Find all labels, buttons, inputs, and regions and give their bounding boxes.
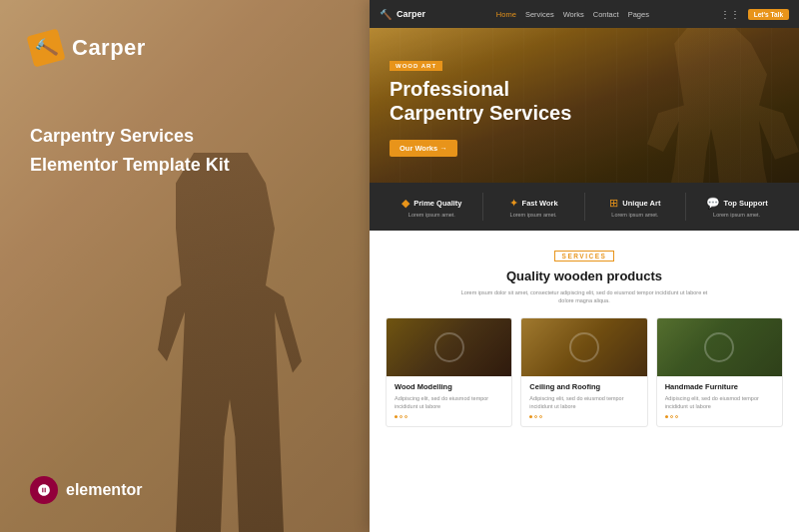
elementor-label: elementor: [66, 481, 142, 499]
feature-fast-work: ✦ Fast Work Lorem ipsum amet.: [483, 197, 584, 218]
dot-2c: [539, 415, 542, 418]
product-link-dots-3: [665, 415, 678, 418]
dot-3c: [675, 415, 678, 418]
feature-prime-quality: ◆ Prime Quality Lorem ipsum amet.: [382, 197, 482, 218]
dot-2b: [534, 415, 537, 418]
section-title: Quality wooden products: [386, 268, 783, 283]
nav-brand-icon: 🔨: [380, 9, 392, 20]
elementor-icon: [30, 476, 58, 504]
unique-art-title: Unique Art: [622, 199, 660, 208]
product-img-wood-modelling: [387, 318, 511, 376]
elementor-badge: elementor: [30, 476, 142, 504]
product-desc-3: Adipiscing elit, sed do eiusmod tempor i…: [665, 394, 774, 411]
dot-1c: [404, 415, 407, 418]
unique-art-desc: Lorem ipsum amet.: [611, 212, 658, 218]
product-card-wood-modelling: Wood Modelling Adipiscing elit, sed do e…: [386, 317, 512, 428]
hero-title-line1: Professional: [390, 78, 509, 100]
nav-right: ⋮⋮ Let's Talk: [720, 9, 789, 20]
product-img-overlay-3: [657, 318, 782, 376]
product-info-3: Handmade Furniture Adipiscing elit, sed …: [657, 376, 782, 427]
feature-top-support: 💬 Top Support Lorem ipsum amet.: [686, 197, 787, 218]
nav-grid-icon[interactable]: ⋮⋮: [720, 9, 740, 20]
left-panel: 🔨 Carper Carpentry Services Elementor Te…: [0, 0, 370, 532]
prime-quality-title: Prime Quality: [413, 199, 461, 208]
dot-3a: [665, 415, 668, 418]
feature-icon-wrap-3: ⊞ Unique Art: [609, 197, 660, 210]
product-info-2: Ceiling and Roofing Adipiscing elit, sed…: [521, 376, 646, 427]
hero-tag: WOOD ART: [390, 61, 442, 71]
brand-row: 🔨 Carper: [30, 32, 230, 64]
product-img-overlay-1: [387, 318, 511, 376]
product-link-3[interactable]: [665, 415, 774, 418]
nav-link-works[interactable]: Works: [563, 10, 584, 19]
tagline-line2: Elementor Template Kit: [30, 153, 230, 178]
dot-2a: [529, 415, 532, 418]
product-desc-2: Adipiscing elit, sed do eiusmod tempor i…: [529, 394, 638, 411]
brand-icon: 🔨: [26, 28, 65, 67]
left-content: 🔨 Carper Carpentry Services Elementor Te…: [0, 0, 260, 210]
top-support-title: Top Support: [724, 199, 768, 208]
feature-icon-wrap-4: 💬 Top Support: [706, 197, 768, 210]
product-title-3: Handmade Furniture: [665, 382, 774, 391]
features-bar: ◆ Prime Quality Lorem ipsum amet. ✦ Fast…: [370, 183, 799, 231]
product-desc-1: Adipiscing elit, sed do eiusmod tempor i…: [395, 394, 503, 411]
nav-brand: 🔨 Carper: [380, 9, 425, 20]
right-panel: 🔨 Carper Home Services Works Contact Pag…: [370, 0, 799, 532]
product-card-ceiling-roofing: Ceiling and Roofing Adipiscing elit, sed…: [520, 317, 647, 428]
section-tag-label: SERVICES: [554, 251, 615, 262]
nav-links[interactable]: Home Services Works Contact Pages: [437, 10, 708, 19]
product-info-1: Wood Modelling Adipiscing elit, sed do e…: [387, 376, 511, 427]
hero-content: WOOD ART Professional Carpentry Services…: [390, 54, 571, 157]
product-img-ceiling-roofing: [521, 318, 646, 376]
feature-unique-art: ⊞ Unique Art Lorem ipsum amet.: [585, 197, 686, 218]
nav-cta-button[interactable]: Let's Talk: [748, 9, 789, 20]
nav-link-home[interactable]: Home: [496, 10, 516, 19]
tagline-line1: Carpentry Services: [30, 124, 230, 149]
dot-1b: [400, 415, 402, 418]
products-grid: Wood Modelling Adipiscing elit, sed do e…: [386, 317, 783, 428]
fast-work-icon: ✦: [509, 197, 518, 210]
top-support-icon: 💬: [706, 197, 720, 210]
nav-link-contact[interactable]: Contact: [593, 10, 619, 19]
dot-1a: [395, 415, 398, 418]
fast-work-title: Fast Work: [522, 199, 558, 208]
top-support-desc: Lorem ipsum amet.: [713, 212, 760, 218]
section-tag: SERVICES: [386, 245, 783, 263]
dot-3b: [670, 415, 673, 418]
product-img-overlay-2: [521, 318, 646, 376]
nav-brand-name: Carper: [397, 9, 425, 19]
product-link-1[interactable]: [395, 415, 503, 418]
section-desc: Lorem ipsum dolor sit amet, consectetur …: [454, 288, 714, 305]
fast-work-desc: Lorem ipsum amet.: [510, 212, 557, 218]
product-link-dots-2: [529, 415, 542, 418]
site-nav: 🔨 Carper Home Services Works Contact Pag…: [370, 0, 799, 28]
hero-section: WOOD ART Professional Carpentry Services…: [370, 28, 799, 183]
tagline-block: Carpentry Services Elementor Template Ki…: [30, 124, 230, 178]
product-img-handmade-furniture: [657, 318, 782, 376]
product-title-2: Ceiling and Roofing: [529, 382, 638, 391]
hero-title: Professional Carpentry Services: [390, 77, 571, 125]
product-title-1: Wood Modelling: [395, 382, 503, 391]
prime-quality-desc: Lorem ipsum amet.: [408, 212, 455, 218]
product-link-2[interactable]: [529, 415, 638, 418]
hero-cta-button[interactable]: Our Works →: [390, 140, 457, 157]
product-img-shape-3: [704, 332, 734, 362]
prime-quality-icon: ◆: [401, 197, 409, 210]
product-card-handmade-furniture: Handmade Furniture Adipiscing elit, sed …: [656, 317, 783, 428]
hero-title-line2: Carpentry Services: [390, 102, 571, 124]
feature-icon-wrap-1: ◆ Prime Quality: [401, 197, 461, 210]
nav-link-pages[interactable]: Pages: [628, 10, 649, 19]
feature-icon-wrap-2: ✦ Fast Work: [509, 197, 558, 210]
products-section: SERVICES Quality wooden products Lorem i…: [370, 231, 799, 439]
brand-name: Carper: [72, 35, 146, 61]
product-link-dots-1: [395, 415, 407, 418]
unique-art-icon: ⊞: [609, 197, 618, 210]
product-img-shape-2: [569, 332, 599, 362]
nav-link-services[interactable]: Services: [525, 10, 554, 19]
product-img-shape-1: [434, 332, 464, 362]
